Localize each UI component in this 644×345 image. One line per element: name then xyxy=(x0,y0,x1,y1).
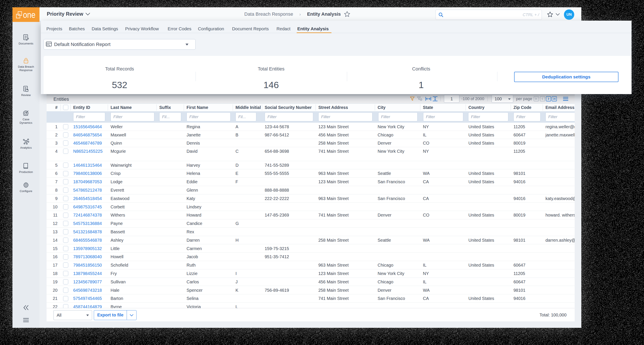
svg-text:one: one xyxy=(23,10,36,20)
